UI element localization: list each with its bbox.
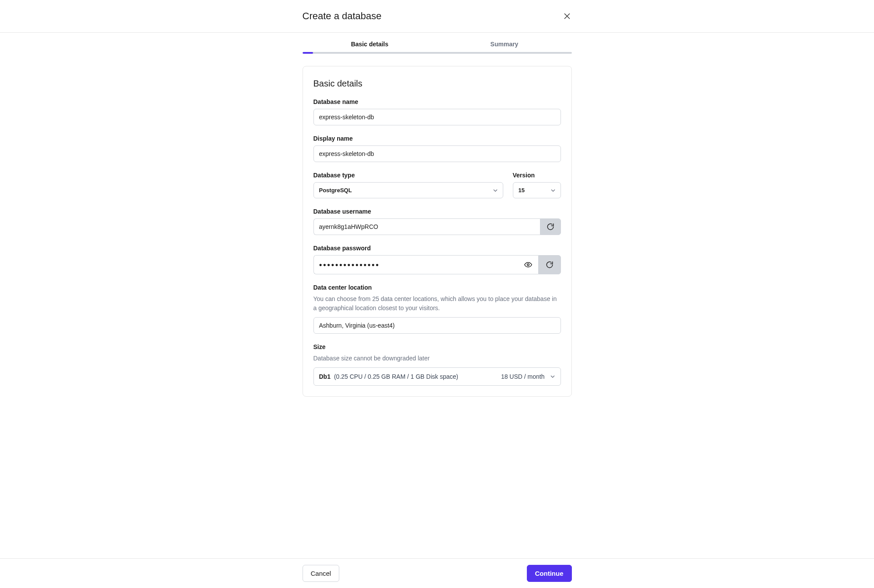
password-masked: ●●●●●●●●●●●●●●● xyxy=(319,262,380,268)
field-password: Database password ●●●●●●●●●●●●●●● xyxy=(313,245,561,274)
chevron-down-icon xyxy=(550,374,555,379)
row-type-version: Database type PostgreSQL Version 15 xyxy=(313,172,561,198)
size-spec: (0.25 CPU / 0.25 GB RAM / 1 GB Disk spac… xyxy=(334,373,458,380)
username-input[interactable] xyxy=(313,218,540,235)
field-database-type: Database type PostgreSQL xyxy=(313,172,503,198)
modal-title: Create a database xyxy=(303,10,382,22)
size-select[interactable]: Db1 (0.25 CPU / 0.25 GB RAM / 1 GB Disk … xyxy=(313,367,561,386)
toggle-password-visibility-button[interactable] xyxy=(523,260,533,270)
version-select[interactable]: 15 xyxy=(513,182,561,198)
display-name-label: Display name xyxy=(313,135,561,142)
field-size: Size Database size cannot be downgraded … xyxy=(313,343,561,386)
database-type-label: Database type xyxy=(313,172,503,179)
location-help: You can choose from 25 data center locat… xyxy=(313,294,561,313)
location-select[interactable]: Ashburn, Virginia (us-east4) xyxy=(313,317,561,334)
section-title: Basic details xyxy=(313,79,561,89)
close-button[interactable] xyxy=(562,11,572,21)
database-name-input[interactable] xyxy=(313,109,561,125)
form-card: Basic details Database name Display name… xyxy=(303,66,572,397)
progress-track xyxy=(303,52,572,54)
field-version: Version 15 xyxy=(513,172,561,198)
size-name: Db1 xyxy=(319,373,331,380)
size-price: 18 USD / month xyxy=(501,373,545,380)
size-help: Database size cannot be downgraded later xyxy=(313,354,561,363)
stepper: Basic details Summary xyxy=(303,33,572,52)
version-label: Version xyxy=(513,172,561,179)
field-location: Data center location You can choose from… xyxy=(313,284,561,334)
password-label: Database password xyxy=(313,245,561,252)
step-basic-details[interactable]: Basic details xyxy=(303,41,437,52)
regenerate-username-button[interactable] xyxy=(540,218,561,235)
username-label: Database username xyxy=(313,208,561,215)
refresh-icon xyxy=(546,261,554,269)
regenerate-password-button[interactable] xyxy=(538,255,561,274)
field-username: Database username xyxy=(313,208,561,235)
step-summary[interactable]: Summary xyxy=(437,41,572,52)
svg-point-0 xyxy=(527,264,529,266)
field-database-name: Database name xyxy=(313,98,561,125)
database-name-label: Database name xyxy=(313,98,561,105)
field-display-name: Display name xyxy=(313,135,561,162)
size-left: Db1 (0.25 CPU / 0.25 GB RAM / 1 GB Disk … xyxy=(319,373,458,380)
refresh-icon xyxy=(547,223,554,231)
display-name-input[interactable] xyxy=(313,145,561,162)
password-input[interactable]: ●●●●●●●●●●●●●●● xyxy=(313,255,538,274)
modal-header: Create a database xyxy=(303,0,572,32)
size-label: Size xyxy=(313,343,561,350)
close-icon xyxy=(564,13,570,19)
location-label: Data center location xyxy=(313,284,561,291)
database-type-select[interactable]: PostgreSQL xyxy=(313,182,503,198)
eye-icon xyxy=(524,261,532,269)
progress-fill xyxy=(303,52,313,54)
